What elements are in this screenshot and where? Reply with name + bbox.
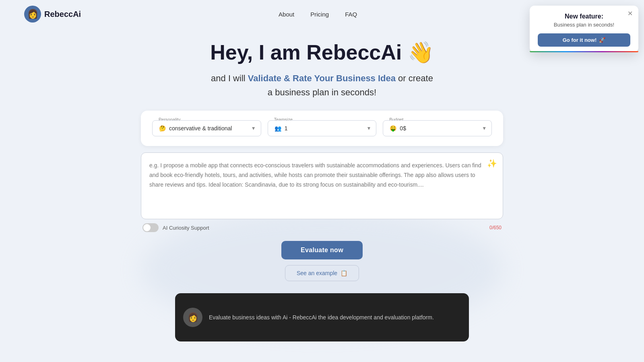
budget-emoji: 🤑 [390, 125, 396, 132]
magic-wand-icon[interactable]: ✨ [487, 158, 497, 168]
see-example-button[interactable]: See an example 📋 [285, 265, 359, 281]
logo-emoji: 👩 [27, 9, 38, 19]
nav-pricing[interactable]: Pricing [310, 11, 329, 18]
toggle-left: AI Curiosity Support [142, 223, 209, 232]
personality-dropdown[interactable]: 🤔 conservative & traditional ▼ [152, 120, 261, 136]
teamsize-emoji: 👥 [275, 125, 281, 132]
teamsize-value: 👥 1 [275, 125, 288, 132]
personality-value: 🤔 conservative & traditional [159, 125, 232, 132]
dropdowns-row: Personality 🤔 conservative & traditional… [152, 120, 492, 136]
notification-subtitle: Business plan in seconds! [538, 22, 630, 28]
notification-progress-bar [530, 51, 638, 52]
notification-popup: ✕ New feature: Business plan in seconds!… [530, 6, 638, 52]
chevron-down-icon: ▼ [251, 125, 256, 131]
subtitle-prefix: and I will [211, 73, 248, 83]
chevron-down-icon: ▼ [366, 125, 371, 131]
brand-name: RebeccAi [44, 10, 81, 19]
nav-faq[interactable]: FAQ [345, 11, 357, 18]
video-avatar: 👩 [183, 308, 202, 327]
nav-links: About Pricing FAQ [279, 11, 357, 18]
char-count: 0/650 [489, 225, 502, 230]
notification-close-button[interactable]: ✕ [627, 10, 633, 17]
logo[interactable]: 👩 RebeccAi [24, 6, 81, 23]
teamsize-dropdown[interactable]: 👥 1 ▼ [268, 120, 377, 136]
form-card: Personality 🤔 conservative & traditional… [141, 111, 503, 146]
idea-textarea[interactable] [141, 153, 503, 217]
notification-cta-button[interactable]: Go for it now! 🚀 [538, 33, 630, 47]
toggle-row: AI Curiosity Support 0/650 [141, 223, 503, 232]
hero-subtitle: and I will Validate & Rate Your Business… [8, 71, 636, 99]
idea-input-container: ✨ [141, 152, 503, 219]
subtitle-highlight: Validate & Rate Your Business Idea [248, 73, 396, 83]
subtitle-line2: a business plan in seconds! [268, 87, 376, 97]
personality-emoji: 🤔 [159, 125, 166, 132]
nav-about[interactable]: About [279, 11, 294, 18]
logo-avatar: 👩 [24, 6, 41, 23]
ai-curiosity-toggle[interactable] [142, 223, 159, 232]
notification-cta-label: Go for it now! [563, 37, 597, 43]
subtitle-suffix: or create [396, 73, 433, 83]
budget-dropdown[interactable]: 🤑 0$ ▼ [383, 120, 492, 136]
personality-dropdown-group: Personality 🤔 conservative & traditional… [152, 120, 261, 136]
chevron-down-icon: ▼ [482, 125, 487, 131]
toggle-label: AI Curiosity Support [163, 225, 209, 231]
see-example-label: See an example [297, 270, 337, 276]
document-list-icon: 📋 [341, 270, 347, 276]
teamsize-dropdown-group: Teamsize 👥 1 ▼ [268, 120, 377, 136]
video-caption: Evaluate business ideas with Ai - Rebecc… [209, 314, 461, 321]
video-section[interactable]: 👩 Evaluate business ideas with Ai - Rebe… [175, 293, 469, 341]
budget-value: 🤑 0$ [390, 125, 406, 132]
rocket-icon: 🚀 [599, 37, 605, 43]
notification-title: New feature: [538, 13, 630, 20]
evaluate-button[interactable]: Evaluate now [281, 241, 363, 259]
budget-dropdown-group: Budget 🤑 0$ ▼ [383, 120, 492, 136]
